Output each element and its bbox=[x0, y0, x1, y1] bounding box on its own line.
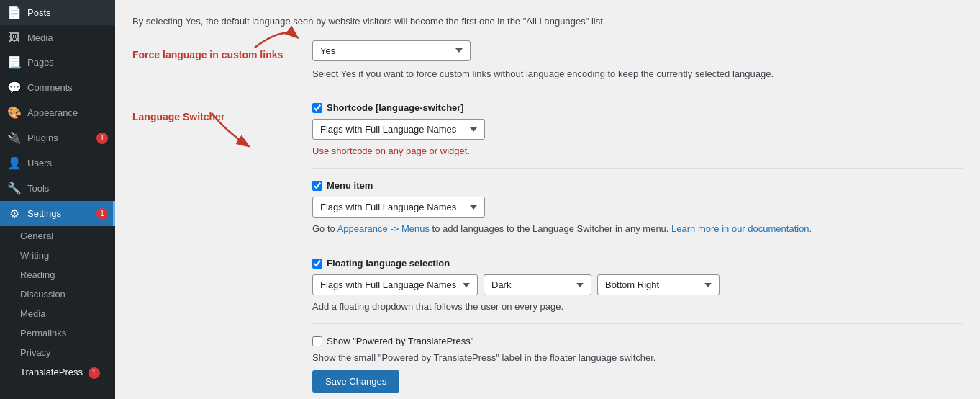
force-language-section: Force language in custom links Yes No Se… bbox=[132, 40, 963, 89]
plugins-badge: 1 bbox=[96, 133, 108, 144]
submenu-permalinks[interactable]: Permalinks bbox=[0, 323, 115, 343]
settings-badge: 1 bbox=[96, 208, 108, 220]
floating-style-dropdown[interactable]: Flags with Full Language Names Flags wit… bbox=[312, 274, 478, 295]
floating-theme-dropdown[interactable]: Dark Light bbox=[484, 274, 591, 295]
divider2 bbox=[312, 246, 963, 246]
language-switcher-section: Language Switcher Shortcode [language-sw… bbox=[132, 102, 963, 393]
sidebar-item-appearance[interactable]: 🎨 Appearance bbox=[0, 100, 115, 125]
plugins-icon: 🔌 bbox=[7, 131, 22, 145]
submenu-discussion[interactable]: Discussion bbox=[0, 284, 115, 304]
sidebar-item-comments[interactable]: 💬 Comments bbox=[0, 75, 115, 100]
floating-checkbox[interactable] bbox=[312, 259, 322, 269]
language-switcher-content: Shortcode [language-switcher] Flags with… bbox=[312, 102, 963, 393]
shortcode-dropdown[interactable]: Flags with Full Language Names Flags wit… bbox=[312, 119, 485, 140]
settings-icon: ⚙ bbox=[7, 207, 22, 220]
show-powered-checkbox-row: Show "Powered by TranslatePress" bbox=[312, 336, 963, 346]
submenu-media[interactable]: Media bbox=[0, 304, 115, 323]
submenu-general[interactable]: General bbox=[0, 226, 115, 246]
menu-item-checkbox[interactable] bbox=[312, 181, 322, 191]
tools-icon: 🔧 bbox=[7, 181, 22, 195]
users-icon: 👤 bbox=[7, 156, 22, 170]
menu-item-goto-text: Go to Appearance -> Menus to add languag… bbox=[312, 223, 963, 234]
menu-item-dropdown-row: Flags with Full Language Names Flags wit… bbox=[312, 197, 963, 218]
floating-dropdown-row: Flags with Full Language Names Flags wit… bbox=[312, 274, 963, 295]
force-language-description: Select Yes if you want to force custom l… bbox=[312, 67, 963, 81]
media-icon: 🖼 bbox=[7, 31, 22, 44]
submenu-reading[interactable]: Reading bbox=[0, 265, 115, 284]
submenu-privacy[interactable]: Privacy bbox=[0, 343, 115, 362]
sidebar-item-users[interactable]: 👤 Users bbox=[0, 151, 115, 176]
submenu-writing[interactable]: Writing bbox=[0, 246, 115, 265]
floating-position-dropdown[interactable]: Bottom Right Bottom Left Top Right Top L… bbox=[597, 274, 720, 295]
sidebar-item-posts[interactable]: 📄 Posts bbox=[0, 0, 115, 25]
language-switcher-arrow bbox=[204, 109, 262, 153]
shortcode-checkbox[interactable] bbox=[312, 103, 322, 113]
force-language-content: Yes No Select Yes if you want to force c… bbox=[312, 40, 963, 89]
force-language-arrow bbox=[248, 19, 305, 55]
sidebar-item-plugins[interactable]: 🔌 Plugins 1 bbox=[0, 125, 115, 151]
sidebar: 📄 Posts 🖼 Media 📃 Pages 💬 Comments 🎨 App… bbox=[0, 0, 115, 399]
floating-label[interactable]: Floating language selection bbox=[327, 258, 450, 269]
pages-icon: 📃 bbox=[7, 55, 22, 69]
show-powered-label[interactable]: Show "Powered by TranslatePress" bbox=[327, 336, 473, 346]
divider3 bbox=[312, 323, 963, 324]
translatepress-badge: 1 bbox=[89, 367, 100, 379]
floating-checkbox-row: Floating language selection bbox=[312, 258, 963, 269]
comments-icon: 💬 bbox=[7, 81, 22, 94]
sidebar-item-pages[interactable]: 📃 Pages bbox=[0, 50, 115, 75]
save-button[interactable]: Save Changes bbox=[312, 370, 399, 393]
posts-icon: 📄 bbox=[7, 6, 22, 19]
learn-more-link[interactable]: Learn more in our documentation. bbox=[671, 223, 812, 234]
menu-item-checkbox-row: Menu item bbox=[312, 180, 963, 191]
menu-item-dropdown[interactable]: Flags with Full Language Names Flags wit… bbox=[312, 197, 485, 218]
appearance-menus-link[interactable]: Appearance -> Menus bbox=[337, 223, 430, 234]
sidebar-item-tools[interactable]: 🔧 Tools bbox=[0, 176, 115, 201]
floating-description: Add a floating dropdown that follows the… bbox=[312, 301, 963, 312]
force-language-dropdown[interactable]: Yes No bbox=[312, 40, 471, 61]
appearance-icon: 🎨 bbox=[7, 106, 22, 120]
show-powered-checkbox[interactable] bbox=[312, 336, 322, 346]
menu-item-label[interactable]: Menu item bbox=[327, 180, 373, 191]
show-powered-description: Show the small "Powered by TranslatePres… bbox=[312, 352, 963, 363]
submenu-translatepress[interactable]: TranslatePress 1 bbox=[0, 362, 115, 383]
sidebar-item-settings[interactable]: ⚙ Settings 1 bbox=[0, 201, 115, 226]
shortcode-checkbox-row: Shortcode [language-switcher] bbox=[312, 102, 963, 113]
divider1 bbox=[312, 168, 963, 169]
main-content: By selecting Yes, the default language s… bbox=[115, 0, 980, 399]
sidebar-item-media[interactable]: 🖼 Media bbox=[0, 25, 115, 50]
settings-submenu: General Writing Reading Discussion Media… bbox=[0, 226, 115, 383]
shortcode-dropdown-row: Flags with Full Language Names Flags wit… bbox=[312, 119, 963, 140]
shortcode-label[interactable]: Shortcode [language-switcher] bbox=[327, 102, 464, 113]
shortcode-use-text: Use shortcode on any page or widget. bbox=[312, 145, 963, 156]
